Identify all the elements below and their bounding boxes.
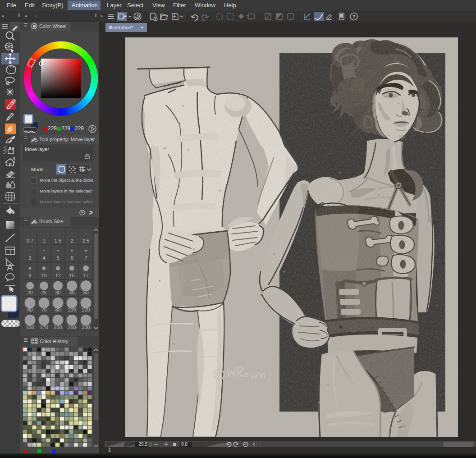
svg-text:150: 150 xyxy=(26,325,34,330)
svg-text:17: 17 xyxy=(83,273,88,278)
svg-text:1.5: 1.5 xyxy=(55,238,61,243)
svg-text:120: 120 xyxy=(82,307,90,312)
svg-text:4: 4 xyxy=(42,255,45,261)
svg-text:29.5: 29.5 xyxy=(139,442,148,447)
svg-text:10: 10 xyxy=(41,273,46,278)
svg-text:50: 50 xyxy=(83,290,88,295)
svg-text:6: 6 xyxy=(70,255,73,261)
svg-text:100: 100 xyxy=(68,307,76,312)
svg-text:?: ? xyxy=(352,14,356,19)
svg-text:0.0: 0.0 xyxy=(181,442,188,447)
svg-text:15: 15 xyxy=(69,273,74,278)
svg-text:3: 3 xyxy=(28,255,31,261)
svg-text:30: 30 xyxy=(55,290,60,295)
svg-text:25: 25 xyxy=(41,290,46,295)
svg-text:170: 170 xyxy=(40,325,48,330)
svg-text:2: 2 xyxy=(70,238,73,243)
svg-text:80: 80 xyxy=(55,307,60,312)
svg-text:0.7: 0.7 xyxy=(27,238,33,243)
svg-text:200: 200 xyxy=(54,325,62,330)
svg-text:A: A xyxy=(7,262,13,272)
svg-text:7: 7 xyxy=(84,255,87,261)
svg-text:70: 70 xyxy=(41,307,46,312)
svg-text:12: 12 xyxy=(55,273,60,278)
svg-text:250: 250 xyxy=(68,325,76,330)
svg-text:1: 1 xyxy=(42,238,45,243)
svg-text:60: 60 xyxy=(27,307,32,312)
svg-text:300: 300 xyxy=(82,325,90,330)
svg-text:40: 40 xyxy=(69,290,74,295)
svg-text:8: 8 xyxy=(28,273,31,278)
svg-text:2.5: 2.5 xyxy=(82,238,89,243)
svg-text:5: 5 xyxy=(56,255,59,261)
svg-text:20: 20 xyxy=(27,290,32,295)
